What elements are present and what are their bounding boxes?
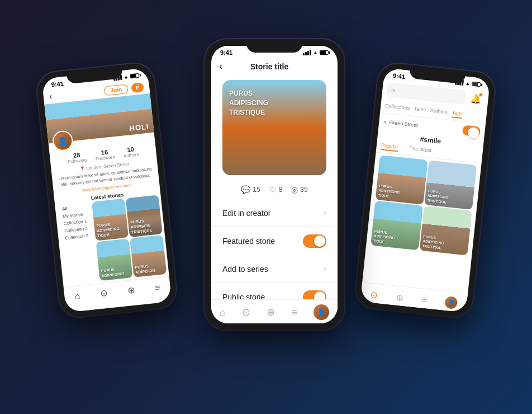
location-text: n, Green Street <box>383 119 418 128</box>
featured-storie-label: Featured storie <box>222 237 275 246</box>
center-back-button[interactable]: ‹ <box>219 60 222 72</box>
comments-count: 15 <box>253 186 260 194</box>
edit-creator-label: Edit in creator <box>222 209 270 218</box>
add-nav-icon[interactable]: ⊕ <box>396 291 404 303</box>
add-nav-icon[interactable]: ⊕ <box>267 306 275 318</box>
battery-icon <box>130 73 140 79</box>
comments-stat: 💬 15 <box>241 185 260 194</box>
notification-dot <box>478 92 483 97</box>
views-stat: ◎ 35 <box>291 185 307 194</box>
story-card[interactable]: PURUSADIPISCINGTRISTIQUE <box>420 206 472 256</box>
chevron-right-icon: › <box>324 208 326 218</box>
filter-list: All My stories Collection 1 Collection 2… <box>57 202 97 284</box>
tab-tales[interactable]: Tales <box>414 105 426 115</box>
wifi-icon: ▲ <box>313 50 318 55</box>
chevron-right-icon-2: › <box>324 264 326 274</box>
story-card[interactable]: PURUSADIPISCING <box>96 238 132 281</box>
hero-title: HOLI <box>129 123 149 133</box>
likes-stat: ♡ 8 <box>269 185 283 194</box>
center-time: 9:41 <box>220 49 232 56</box>
center-bottom-nav: ⌂ ⊙ ⊕ ≡ 👤 <box>211 299 338 323</box>
story-card[interactable]: PURUSADIPISCINGTRISTIQUE <box>424 160 477 210</box>
menu-nav-icon[interactable]: ≡ <box>421 294 427 305</box>
menu-nav-icon[interactable]: ≡ <box>154 283 160 293</box>
center-title: Storie title <box>226 62 313 71</box>
left-stories-grid: PURUSADIPISCINGTIQUE PURUSADIPISCINTRIST… <box>92 195 167 281</box>
search-nav-icon[interactable]: ⊙ <box>242 306 250 318</box>
home-nav-icon[interactable]: ⌂ <box>220 307 226 318</box>
follow-button[interactable]: F <box>131 82 144 93</box>
right-bottom-nav: ⊙ ⊕ ≡ 👤 <box>360 282 468 313</box>
add-to-series-item[interactable]: Add to series › <box>211 256 338 282</box>
wifi-icon: ▲ <box>124 74 129 80</box>
search-nav-icon[interactable]: ⊙ <box>99 288 108 299</box>
notification-button[interactable]: 🔔 <box>467 90 484 107</box>
center-notch <box>246 39 302 53</box>
avatar-image: 👤 <box>52 130 74 152</box>
stat-authors: 10 Authors <box>122 145 139 159</box>
subtab-latest[interactable]: The latest <box>409 145 432 156</box>
right-stories-grid: PURUSADIPISCINGTIQUE PURUSADIPISCINGTRIS… <box>366 152 482 258</box>
tab-authors[interactable]: Authors <box>430 106 448 117</box>
avatar: 👤 <box>52 130 74 152</box>
phone-right: 9:41 ▲ le 🔔 <box>354 62 497 319</box>
left-back-button[interactable]: ‹ <box>49 91 53 101</box>
left-time: 9:41 <box>51 80 64 88</box>
story-card[interactable]: PURUSADIPISCINGTIQUE <box>370 201 423 251</box>
add-nav-icon[interactable]: ⊕ <box>127 285 135 296</box>
filter-collection-3[interactable]: Collection 3 <box>65 233 89 241</box>
featured-storie-item: Featured storie <box>211 226 338 256</box>
story-stats-row: 💬 15 ♡ 8 ◎ 35 <box>211 180 338 200</box>
story-card[interactable]: PURUSADIPISCINGTIQUE <box>376 155 428 205</box>
battery-icon <box>320 50 329 55</box>
featured-toggle[interactable] <box>303 234 326 248</box>
heart-icon: ♡ <box>269 185 277 194</box>
battery-icon <box>472 82 481 87</box>
story-preview-card[interactable]: PURUSADIPISCINGTRISTIQUE <box>222 80 326 175</box>
tab-collections[interactable]: Collections <box>384 102 410 114</box>
search-placeholder: le <box>391 87 396 93</box>
location-toggle[interactable] <box>462 125 481 137</box>
join-button[interactable]: Join <box>104 84 129 96</box>
add-to-series-label: Add to series <box>222 265 268 274</box>
likes-count: 8 <box>279 186 283 194</box>
story-card[interactable]: PURUSADIPISCINTRISTIQUE <box>126 195 163 237</box>
stat-followers: 16 Followers <box>94 148 115 161</box>
profile-nav-avatar[interactable]: 👤 <box>445 296 458 309</box>
comment-icon: 💬 <box>241 185 250 194</box>
story-card[interactable]: PURUSADIPISCINGTIQUE <box>92 199 129 241</box>
search-nav-icon[interactable]: ⊙ <box>370 289 378 300</box>
phone-center: 9:41 ▲ ‹ Storie title <box>205 39 344 330</box>
story-card[interactable]: PURUSADIPISCIN <box>130 235 167 277</box>
center-header: ‹ Storie title <box>211 57 338 76</box>
home-nav-icon[interactable]: ⌂ <box>74 291 81 302</box>
wifi-icon: ▲ <box>465 80 471 86</box>
signal-icon <box>303 50 311 55</box>
phones-container: 9:41 ▲ ‹ Join F <box>15 11 517 403</box>
views-count: 35 <box>300 186 307 194</box>
tab-tags[interactable]: Tags <box>452 109 463 119</box>
eye-icon: ◎ <box>291 185 298 194</box>
profile-nav-avatar[interactable]: 👤 <box>314 304 329 320</box>
center-status-icons: ▲ <box>303 50 329 55</box>
menu-nav-icon[interactable]: ≡ <box>291 307 297 318</box>
subtab-popular[interactable]: Popular <box>381 142 398 152</box>
stat-following: 28 Following <box>67 151 87 164</box>
story-preview-text: PURUSADIPISCINGTRISTIQUE <box>229 89 268 117</box>
edit-in-creator-item[interactable]: Edit in creator › <box>211 200 338 226</box>
phone-left: 9:41 ▲ ‹ Join F <box>36 62 178 319</box>
right-time: 9:41 <box>393 72 406 80</box>
